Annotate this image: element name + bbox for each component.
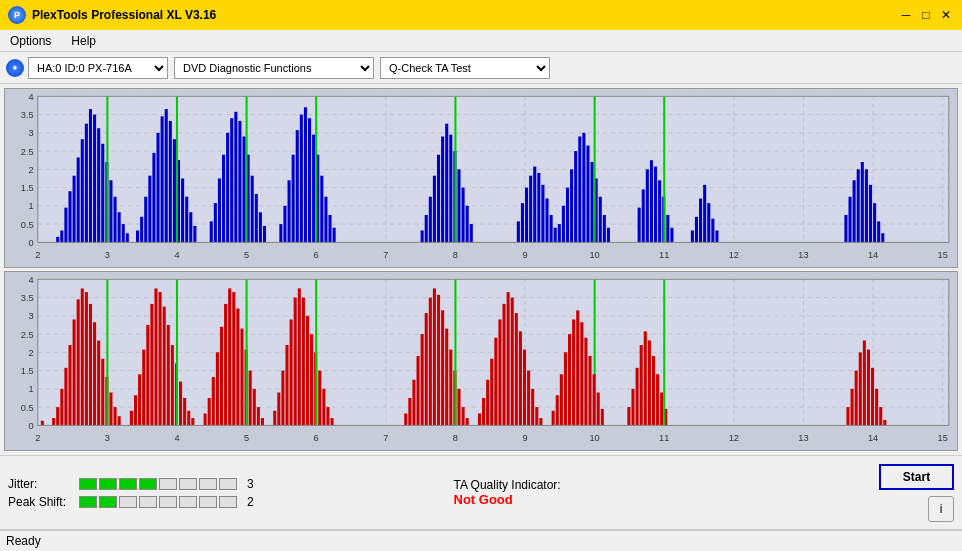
svg-text:1.5: 1.5 bbox=[21, 367, 34, 376]
svg-rect-171 bbox=[695, 217, 698, 243]
svg-rect-154 bbox=[861, 162, 864, 242]
svg-rect-319 bbox=[519, 331, 522, 425]
svg-rect-337 bbox=[597, 392, 600, 425]
start-button[interactable]: Start bbox=[879, 464, 954, 490]
minimize-button[interactable]: ─ bbox=[898, 7, 914, 23]
svg-rect-265 bbox=[224, 304, 227, 425]
svg-rect-299 bbox=[433, 288, 436, 425]
svg-rect-159 bbox=[881, 233, 884, 242]
bottom-chart-svg: 4 3.5 3 2.5 2 1.5 1 0.5 0 2 3 4 5 6 7 8 … bbox=[5, 272, 957, 450]
svg-rect-118 bbox=[445, 124, 448, 243]
svg-rect-161 bbox=[521, 203, 524, 242]
svg-rect-318 bbox=[515, 313, 518, 425]
ta-quality-label: TA Quality Indicator: bbox=[454, 478, 561, 492]
svg-rect-305 bbox=[457, 389, 460, 426]
svg-rect-176 bbox=[715, 230, 718, 242]
svg-rect-174 bbox=[707, 203, 710, 242]
svg-rect-236 bbox=[97, 340, 100, 425]
svg-rect-163 bbox=[529, 176, 532, 243]
svg-rect-153 bbox=[857, 169, 860, 242]
svg-rect-331 bbox=[572, 319, 575, 425]
svg-rect-100 bbox=[292, 155, 295, 243]
svg-text:13: 13 bbox=[798, 250, 808, 259]
svg-text:7: 7 bbox=[383, 433, 388, 442]
svg-rect-278 bbox=[281, 371, 284, 426]
svg-rect-73 bbox=[165, 109, 168, 242]
svg-rect-282 bbox=[298, 288, 301, 425]
info-button[interactable]: i bbox=[928, 496, 954, 522]
svg-rect-342 bbox=[640, 345, 643, 425]
svg-rect-49 bbox=[64, 208, 67, 243]
svg-rect-98 bbox=[283, 206, 286, 243]
svg-rect-129 bbox=[570, 169, 573, 242]
svg-rect-105 bbox=[312, 135, 315, 243]
svg-rect-137 bbox=[603, 215, 606, 242]
window-title: PlexTools Professional XL V3.16 bbox=[32, 8, 216, 22]
svg-rect-151 bbox=[848, 197, 851, 243]
svg-rect-47 bbox=[56, 237, 59, 242]
maximize-button[interactable]: □ bbox=[918, 7, 934, 23]
svg-rect-312 bbox=[490, 359, 493, 426]
svg-rect-162 bbox=[525, 188, 528, 243]
peak-seg-7 bbox=[199, 496, 217, 508]
svg-text:6: 6 bbox=[314, 250, 319, 259]
svg-rect-80 bbox=[193, 226, 196, 242]
svg-rect-173 bbox=[703, 185, 706, 243]
svg-rect-231 bbox=[77, 299, 80, 425]
svg-rect-62 bbox=[118, 212, 121, 242]
jitter-seg-6 bbox=[179, 478, 197, 490]
svg-rect-147 bbox=[666, 215, 669, 242]
close-button[interactable]: ✕ bbox=[938, 7, 954, 23]
svg-rect-66 bbox=[136, 230, 139, 242]
test-dropdown[interactable]: Q-Check TA Test bbox=[380, 57, 550, 79]
svg-text:4: 4 bbox=[174, 433, 179, 442]
svg-rect-298 bbox=[429, 298, 432, 426]
svg-rect-167 bbox=[545, 199, 548, 243]
svg-rect-249 bbox=[154, 288, 157, 425]
svg-rect-70 bbox=[152, 153, 155, 242]
svg-text:4: 4 bbox=[29, 275, 34, 284]
svg-rect-83 bbox=[214, 203, 217, 242]
svg-rect-309 bbox=[478, 413, 481, 425]
svg-rect-296 bbox=[421, 334, 424, 425]
svg-rect-58 bbox=[101, 144, 104, 243]
svg-rect-244 bbox=[134, 395, 137, 425]
svg-rect-264 bbox=[220, 327, 223, 426]
svg-rect-327 bbox=[556, 395, 559, 425]
svg-rect-148 bbox=[670, 228, 673, 243]
svg-text:7: 7 bbox=[383, 250, 388, 259]
svg-rect-290 bbox=[331, 418, 334, 425]
menu-options[interactable]: Options bbox=[4, 32, 57, 50]
svg-rect-332 bbox=[576, 310, 579, 425]
svg-text:14: 14 bbox=[868, 250, 878, 259]
svg-rect-338 bbox=[601, 409, 604, 425]
drive-dropdown[interactable]: HA:0 ID:0 PX-716A bbox=[28, 57, 168, 79]
svg-rect-63 bbox=[122, 224, 125, 242]
svg-rect-117 bbox=[441, 136, 444, 242]
svg-rect-336 bbox=[593, 374, 596, 425]
title-bar-controls: ─ □ ✕ bbox=[898, 7, 954, 23]
svg-rect-345 bbox=[652, 356, 655, 425]
svg-rect-124 bbox=[470, 224, 473, 242]
peak-seg-6 bbox=[179, 496, 197, 508]
svg-rect-160 bbox=[517, 221, 520, 242]
svg-rect-246 bbox=[142, 350, 145, 426]
menu-help[interactable]: Help bbox=[65, 32, 102, 50]
svg-text:15: 15 bbox=[938, 250, 948, 259]
svg-rect-258 bbox=[191, 418, 194, 425]
svg-text:12: 12 bbox=[729, 433, 739, 442]
svg-rect-82 bbox=[210, 221, 213, 242]
svg-rect-68 bbox=[144, 197, 147, 243]
svg-rect-156 bbox=[869, 185, 872, 243]
main-content: 4 3.5 3 2.5 2 1.5 1 0.5 0 2 3 4 5 6 7 8 … bbox=[0, 84, 962, 455]
svg-rect-157 bbox=[873, 203, 876, 242]
peak-seg-1 bbox=[79, 496, 97, 508]
svg-rect-241 bbox=[118, 416, 121, 425]
jitter-value: 3 bbox=[247, 477, 254, 491]
function-dropdown[interactable]: DVD Diagnostic Functions bbox=[174, 57, 374, 79]
svg-rect-123 bbox=[466, 206, 469, 243]
ta-quality-section: TA Quality Indicator: Not Good bbox=[434, 478, 880, 507]
plextools-icon: P bbox=[8, 6, 26, 24]
jitter-seg-8 bbox=[219, 478, 237, 490]
svg-text:11: 11 bbox=[659, 433, 669, 442]
